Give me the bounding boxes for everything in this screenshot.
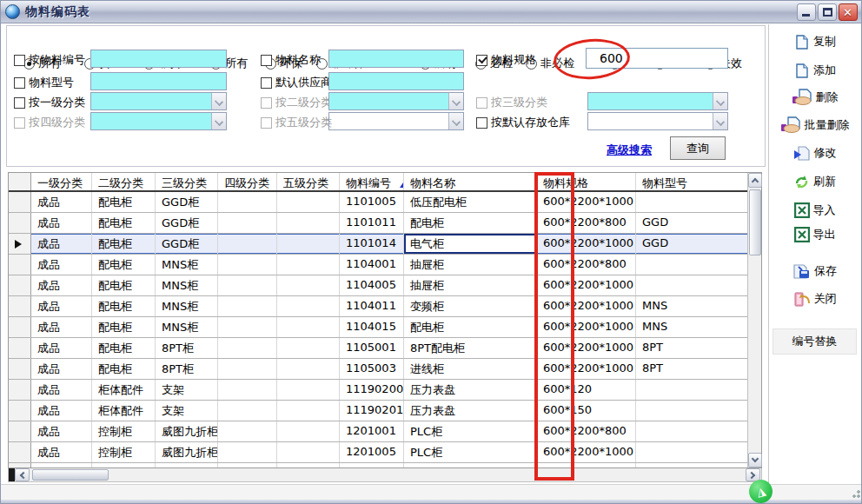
close-form-button[interactable]: 关闭 — [769, 288, 860, 309]
checkbox-category-level3[interactable]: 按三级分类 — [476, 95, 547, 110]
table-cell[interactable] — [218, 213, 277, 233]
table-cell[interactable]: 600*2200*1000 — [537, 275, 636, 295]
vertical-scrollbar[interactable] — [747, 173, 761, 468]
table-row[interactable]: 成品配电柜GGD柜1101014电气柜600*2200*1000GGD — [9, 234, 747, 255]
table-cell[interactable]: 1104011 — [340, 296, 404, 316]
table-cell[interactable]: 支架 — [156, 401, 218, 421]
table-cell[interactable]: MNS柜 — [156, 255, 218, 275]
table-cell[interactable]: 控制柜 — [92, 421, 156, 441]
table-cell[interactable]: 成品 — [31, 401, 92, 421]
row-gutter[interactable] — [9, 359, 31, 379]
row-gutter[interactable] — [9, 463, 31, 468]
query-button[interactable]: 查询 — [670, 136, 726, 160]
table-cell[interactable] — [277, 359, 340, 379]
table-cell[interactable]: 1201015 — [340, 463, 404, 468]
checkbox-material-code[interactable]: 按物料编号 — [14, 52, 85, 68]
table-cell[interactable] — [636, 442, 747, 462]
category-level3-combo[interactable] — [587, 92, 728, 110]
row-gutter[interactable] — [9, 317, 31, 337]
material-name-input[interactable] — [328, 50, 464, 68]
table-cell[interactable] — [277, 421, 340, 441]
table-cell[interactable]: 600*1000*600 — [537, 463, 636, 468]
table-cell[interactable]: 600*150 — [537, 401, 636, 421]
table-cell[interactable]: 1105003 — [340, 359, 404, 379]
table-cell[interactable] — [218, 296, 277, 316]
row-gutter[interactable] — [9, 380, 31, 400]
checkbox-material-name[interactable]: 物料名称 — [261, 52, 321, 68]
table-cell[interactable]: 1104001 — [340, 255, 404, 275]
chevron-down-icon[interactable] — [713, 93, 727, 109]
checkbox-default-supplier[interactable]: 默认供应商 — [261, 75, 332, 90]
table-cell[interactable]: 111902004 — [340, 380, 404, 400]
refresh-button[interactable]: 刷新 — [769, 171, 860, 192]
table-cell[interactable]: 1101011 — [340, 213, 404, 233]
table-cell[interactable] — [218, 338, 277, 358]
code-replace-button[interactable]: 编号替换 — [772, 328, 857, 355]
minimize-button[interactable] — [797, 3, 816, 21]
table-cell[interactable]: 配电柜 — [92, 296, 156, 316]
column-header[interactable]: 物料名称 — [404, 173, 537, 190]
category-level5-combo[interactable] — [328, 112, 464, 130]
table-cell[interactable]: 配电柜 — [404, 213, 537, 233]
table-row[interactable]: 成品控制柜威图九折柜1201005PLC柜600*2200*1000 — [9, 442, 747, 463]
table-cell[interactable] — [277, 275, 340, 295]
table-cell[interactable] — [277, 463, 340, 468]
checkbox-category-level5[interactable]: 按五级分类 — [261, 115, 332, 130]
table-cell[interactable]: 成品 — [31, 338, 92, 358]
table-cell[interactable] — [218, 255, 277, 275]
table-row[interactable]: 成品控制柜威图九折柜1201015控制柜600*1000*600威图九柜 — [9, 463, 747, 468]
table-row[interactable]: 成品配电柜MNS柜1104011变频柜600*2200*1000MNS — [9, 296, 747, 317]
row-gutter[interactable] — [9, 421, 31, 441]
table-cell[interactable]: 配电柜 — [92, 317, 156, 337]
table-cell[interactable]: 1201005 — [340, 442, 404, 462]
category-level1-combo[interactable] — [90, 92, 227, 110]
default-supplier-input[interactable] — [328, 72, 464, 90]
table-cell[interactable] — [277, 296, 340, 316]
table-cell[interactable]: 成品 — [31, 213, 92, 233]
table-cell[interactable]: 600*2200*1000 — [537, 442, 636, 462]
table-cell[interactable]: 成品 — [31, 463, 92, 468]
add-button[interactable]: 添加 — [769, 60, 860, 81]
row-gutter[interactable] — [9, 213, 31, 233]
table-cell[interactable] — [218, 401, 277, 421]
row-gutter[interactable] — [9, 338, 31, 358]
table-cell[interactable] — [218, 275, 277, 295]
table-cell[interactable]: PLC柜 — [404, 442, 537, 462]
scroll-left-button[interactable] — [15, 468, 30, 481]
vertical-scroll-thumb[interactable] — [749, 189, 761, 255]
table-cell[interactable]: 成品 — [31, 255, 92, 275]
copy-button[interactable]: 复制 — [769, 31, 860, 52]
table-cell[interactable]: 成品 — [31, 192, 92, 212]
table-cell[interactable] — [218, 380, 277, 400]
table-cell[interactable]: 柜体配件 — [92, 380, 156, 400]
table-cell[interactable] — [277, 234, 340, 254]
table-cell[interactable] — [277, 317, 340, 337]
chevron-down-icon[interactable] — [448, 93, 463, 109]
chevron-down-icon[interactable] — [211, 113, 226, 129]
table-row[interactable]: 成品控制柜威图九折柜1201001PLC柜600*2200*800 — [9, 421, 747, 442]
table-cell[interactable]: 配电柜 — [404, 317, 537, 337]
row-gutter[interactable] — [9, 442, 31, 462]
maximize-button[interactable] — [818, 3, 837, 21]
table-cell[interactable]: 成品 — [31, 421, 92, 441]
table-cell[interactable] — [218, 234, 277, 254]
table-cell[interactable]: 600*120 — [537, 380, 636, 400]
table-cell[interactable]: 8PT — [636, 359, 747, 379]
row-gutter[interactable] — [9, 296, 31, 316]
scroll-up-button[interactable] — [748, 173, 762, 188]
table-cell[interactable] — [277, 401, 340, 421]
material-model-input[interactable] — [90, 72, 227, 90]
checkbox-category-level1[interactable]: 按一级分类 — [14, 95, 85, 110]
column-header[interactable]: 三级分类 — [156, 173, 218, 190]
category-level2-combo[interactable] — [328, 92, 464, 110]
table-cell[interactable]: 配电柜 — [92, 213, 156, 233]
table-cell[interactable]: 1101014 — [340, 234, 404, 254]
checkbox-category-level2[interactable]: 按二级分类 — [261, 95, 332, 110]
table-row[interactable]: 成品配电柜GGD柜1101005低压配电柜600*2200*1000 — [9, 192, 747, 213]
row-gutter[interactable] — [9, 275, 31, 295]
table-cell[interactable]: 进线柜 — [404, 359, 537, 379]
category-level4-combo[interactable] — [90, 112, 227, 130]
table-cell[interactable]: 控制柜 — [404, 463, 537, 468]
table-cell[interactable]: 抽屉柜 — [404, 275, 537, 295]
modify-button[interactable]: 修改 — [769, 143, 860, 163]
